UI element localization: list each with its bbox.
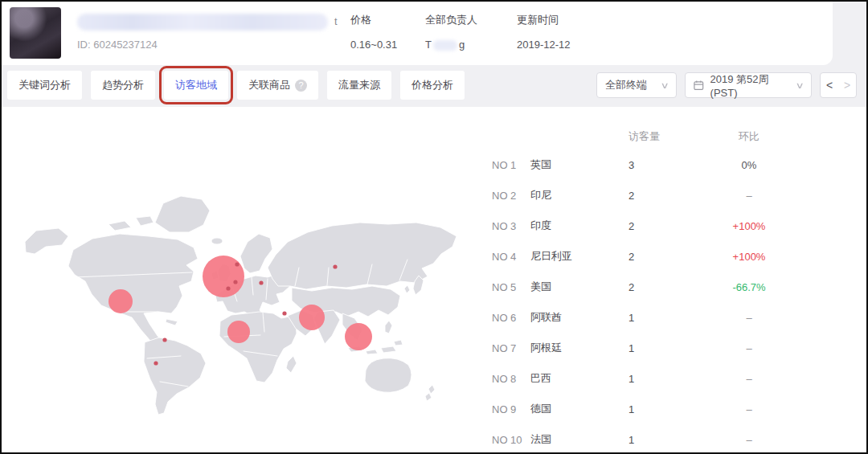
table-header: 访客量 环比 — [492, 122, 842, 149]
week-pager: < > — [820, 72, 857, 98]
dot-brazil — [162, 337, 166, 342]
table-row: NO 1 英国 3 0% — [492, 149, 842, 180]
product-title-redacted — [77, 14, 328, 31]
question-mark-icon: ? — [295, 80, 307, 92]
product-title-visible-char: t — [334, 15, 338, 27]
terminal-select[interactable]: 全部终端 ∨ — [596, 72, 677, 98]
bubble-south-asia — [299, 305, 325, 330]
updated-label: 更新时间 — [517, 13, 559, 27]
dot-europe-1 — [235, 262, 239, 266]
tab-trend-analysis[interactable]: 趋势分析 — [91, 71, 155, 100]
dot-eastern-europe — [259, 280, 263, 284]
prev-week-button[interactable]: < — [821, 79, 838, 92]
calendar-icon — [694, 80, 704, 91]
price-value: 0.16~0.31 — [350, 39, 397, 51]
next-week-button[interactable]: > — [838, 79, 856, 92]
bubble-north-america — [108, 289, 133, 313]
table-row: NO 9 德国 1 – — [492, 394, 842, 424]
terminal-select-value: 全部终端 — [605, 78, 647, 92]
product-thumbnail — [10, 7, 61, 59]
bubble-southeast-asia — [345, 323, 372, 350]
header-change: 环比 — [709, 129, 789, 144]
map-land — [25, 196, 457, 415]
dot-middle-east — [282, 311, 286, 315]
analytics-dashboard: { "product": { "id": "ID: 60245237124", … — [0, 0, 868, 454]
chevron-down-icon: ∨ — [660, 80, 669, 91]
tab-keyword-analysis[interactable]: 关键词分析 — [7, 71, 82, 100]
table-row: NO 3 印度 2 +100% — [492, 211, 842, 241]
header-visitors: 访客量 — [628, 129, 660, 144]
world-map-svg — [22, 190, 464, 432]
week-picker-value: 2019 第52周 (PST) — [710, 72, 790, 99]
analysis-tabs: 关键词分析 趋势分析 访客地域 关联商品? 流量来源 价格分析 — [7, 71, 465, 100]
bubble-western-europe — [203, 256, 244, 297]
dot-siberia — [333, 264, 337, 268]
table-row: NO 7 阿根廷 1 – — [492, 333, 842, 363]
product-header-card: t ID: 60245237124 价格 0.16~0.31 全部负责人 Tg … — [2, 2, 833, 65]
chevron-down-icon: ∨ — [795, 80, 804, 91]
filter-controls: 全部终端 ∨ 2019 第52周 (PST) ∨ < > — [596, 72, 857, 98]
product-id: ID: 60245237124 — [77, 39, 158, 51]
table-row: NO 4 尼日利亚 2 +100% — [492, 241, 842, 272]
table-row: NO 5 美国 2 -66.7% — [492, 272, 842, 302]
updated-value: 2019-12-12 — [517, 39, 571, 51]
owner-label: 全部负责人 — [425, 13, 477, 27]
tab-price-analysis[interactable]: 价格分析 — [400, 71, 465, 100]
dot-europe-3 — [226, 286, 230, 290]
dot-argentina — [154, 361, 158, 365]
tab-visitor-region[interactable]: 访客地域 — [164, 71, 228, 100]
table-row: NO 8 巴西 1 – — [492, 363, 842, 394]
table-row: NO 2 印尼 2 – — [492, 180, 842, 211]
world-map — [22, 190, 464, 432]
price-label: 价格 — [350, 13, 371, 27]
owner-name-redacted — [433, 40, 457, 51]
bubble-west-africa — [227, 321, 250, 343]
country-ranking-table: 访客量 环比 NO 1 英国 3 0% NO 2 印尼 2 – NO 3 印度 … — [492, 122, 842, 454]
week-picker[interactable]: 2019 第52周 (PST) ∨ — [685, 72, 812, 98]
dot-europe-2 — [233, 280, 237, 284]
owner-value: Tg — [425, 39, 465, 51]
tab-related-products[interactable]: 关联商品? — [237, 71, 318, 100]
visitor-region-panel: 访客量 环比 NO 1 英国 3 0% NO 2 印尼 2 – NO 3 印度 … — [2, 107, 866, 452]
tab-traffic-source[interactable]: 流量来源 — [327, 71, 391, 100]
table-row: NO 6 阿联酋 1 – — [492, 302, 842, 333]
table-row: NO 10 法国 1 – — [492, 424, 842, 454]
